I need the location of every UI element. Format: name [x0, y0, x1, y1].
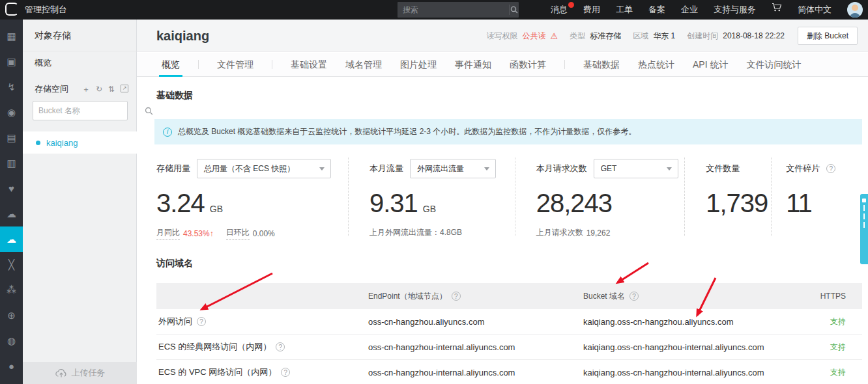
bucket-name-label: kaiqiang — [46, 138, 78, 148]
stat-file-fragments: 文件碎片 ? 11 — [772, 158, 861, 236]
help-icon[interactable]: ? — [197, 317, 206, 326]
tab-image-processing[interactable]: 图片处理 — [400, 53, 437, 77]
endpoint-value: oss-cn-hangzhou-internal.aliyuncs.com — [368, 368, 515, 377]
refresh-icon[interactable]: ↻ — [96, 85, 102, 94]
stat-value: 3.24 — [156, 189, 205, 218]
sidebar-item-overview[interactable]: 概览 — [35, 57, 51, 69]
sort-icon[interactable]: ⇅ — [108, 85, 115, 94]
stat-sublabel: 上月请求次数 — [536, 227, 583, 238]
nav-workorder[interactable]: 工单 — [616, 0, 633, 20]
https-support: 支持 — [798, 367, 862, 378]
storage-section-label: 存储空间 — [35, 83, 68, 95]
cloud-icon[interactable]: ☁ — [0, 201, 23, 226]
language-switcher[interactable]: 简体中文 — [798, 0, 832, 20]
tab-api-stats[interactable]: API 统计 — [693, 53, 728, 77]
help-icon[interactable]: ? — [276, 342, 285, 351]
tab-overview[interactable]: 概览 — [162, 53, 180, 77]
help-icon[interactable]: ? — [281, 368, 290, 377]
stat-unit: GB — [423, 204, 436, 214]
bucket-dot-icon — [36, 141, 40, 145]
traffic-metric-select[interactable]: 外网流出流量 — [410, 159, 496, 178]
avatar[interactable] — [847, 2, 863, 18]
request-method-select[interactable]: GET — [594, 159, 678, 178]
endpoint-column-header: EndPoint（地域节点） — [368, 291, 447, 302]
tab-file-access-stats[interactable]: 文件访问统计 — [746, 53, 801, 77]
mouse-icon[interactable]: ◍ — [0, 328, 23, 353]
tab-basic-settings[interactable]: 基础设置 — [291, 53, 327, 77]
user-circle-icon[interactable]: ● — [0, 353, 23, 379]
message-badge — [568, 2, 574, 8]
info-icon: i — [163, 128, 172, 137]
access-type: ECS 的经典网络访问（内网） — [158, 341, 271, 353]
https-support: 支持 — [798, 316, 862, 327]
sidebar-item-bucket-kaiqiang[interactable]: kaiqiang — [23, 131, 137, 154]
storage-metric-select[interactable]: 总用量（不含 ECS 快照） — [197, 159, 331, 178]
storage-heart-icon[interactable]: ♥ — [0, 176, 23, 201]
stat-file-count: 文件数量 1,739 — [685, 158, 772, 236]
delete-bucket-button[interactable]: 删除 Bucket — [798, 27, 858, 45]
type-label: 类型 — [570, 31, 585, 42]
cross-arrows-icon[interactable]: ╳ — [0, 252, 23, 277]
chevron-down-icon — [667, 167, 672, 171]
help-icon[interactable]: ? — [826, 164, 835, 173]
acl-label: 读写权限 — [487, 31, 518, 42]
add-bucket-icon[interactable]: ＋ — [82, 85, 90, 94]
mom-value: 43.53%↑ — [183, 229, 214, 238]
topbar-search[interactable] — [398, 2, 519, 18]
bucket-search-input[interactable] — [33, 106, 145, 115]
product-title: 对象存储 — [35, 30, 71, 42]
access-type: ECS 的 VPC 网络访问（内网） — [158, 366, 276, 378]
expand-icon[interactable]: ↗ — [121, 85, 128, 92]
security-shield-icon[interactable]: ▣ — [0, 49, 23, 74]
aliyun-logo-icon — [5, 3, 18, 16]
nav-support[interactable]: 支持与服务 — [714, 0, 756, 20]
tab-basic-data[interactable]: 基础数据 — [583, 53, 620, 77]
tab-files[interactable]: 文件管理 — [217, 53, 253, 77]
stat-value: 1,739 — [706, 189, 768, 218]
tab-function-compute[interactable]: 函数计算 — [510, 53, 546, 77]
stat-requests: 本月请求次数 GET 28,243 上月请求次数 19,262 — [515, 158, 686, 236]
product-icon-rail: ▦ ▣ ↯ ◉ ▤ ▥ ♥ ☁ ☁ ╳ ⁂ ⊕ ◍ ● — [0, 20, 23, 384]
cart-icon[interactable] — [772, 0, 782, 20]
dod-value: 0.00% — [253, 229, 275, 238]
created-value: 2018-08-18 22:22 — [723, 31, 785, 40]
tab-hotspot-stats[interactable]: 热点统计 — [638, 53, 674, 77]
tab-separator — [272, 60, 272, 69]
lightning-icon[interactable]: ↯ — [0, 74, 23, 100]
stat-label: 本月请求次数 — [536, 163, 587, 174]
divider — [23, 51, 137, 51]
apps-grid-icon[interactable]: ▦ — [0, 23, 23, 49]
tab-event-notification[interactable]: 事件通知 — [455, 53, 491, 77]
search-icon[interactable] — [509, 5, 519, 15]
notice-text: 总概览及 Bucket 概览基础数据来自于云监控统计，数据统计平均延迟 2-3 … — [178, 126, 636, 137]
nav-billing[interactable]: 费用 — [583, 0, 600, 20]
topbar-search-input[interactable] — [398, 2, 509, 18]
nav-messages[interactable]: 消息 — [551, 0, 568, 20]
chevron-down-icon — [484, 167, 489, 171]
topbar: 管理控制台 消息 费用 工单 备案 企业 支持与服务 简体中文 — [0, 0, 868, 20]
dns-icon[interactable]: ◉ — [0, 100, 23, 125]
stats-row: 存储用量 总用量（不含 ECS 快照） 3.24 GB 月同比 43.53%↑ … — [156, 158, 861, 237]
molecule-icon[interactable]: ⁂ — [0, 277, 23, 303]
upload-tasks-button[interactable]: 上传任务 — [23, 362, 137, 384]
server-group-icon[interactable]: ▤ — [0, 125, 23, 150]
oss-active-icon[interactable]: ☁ — [0, 226, 23, 252]
help-icon[interactable]: ? — [452, 292, 461, 301]
globe-icon[interactable]: ⊕ — [0, 303, 23, 328]
acl-value: 公共读 — [523, 31, 546, 42]
console-title: 管理控制台 — [25, 0, 67, 20]
notice-banner: i 总概览及 Bucket 概览基础数据来自于云监控统计，数据统计平均延迟 2-… — [154, 119, 862, 144]
help-icon[interactable]: ? — [629, 292, 639, 301]
tab-domain-management[interactable]: 域名管理 — [345, 53, 382, 77]
database-icon[interactable]: ▥ — [0, 150, 23, 176]
nav-enterprise[interactable]: 企业 — [681, 0, 698, 20]
warning-icon[interactable]: ⚠ — [551, 31, 558, 41]
stat-value: 28,243 — [536, 189, 612, 218]
tab-separator — [198, 60, 199, 69]
stat-traffic: 本月流量 外网流出流量 9.31 GB 上月外网流出流量：4.8GB — [349, 158, 515, 236]
feedback-tab[interactable] — [860, 194, 868, 264]
stat-subvalue: 19,262 — [586, 228, 611, 238]
bucket-search[interactable] — [33, 101, 128, 120]
nav-beian[interactable]: 备案 — [648, 0, 665, 20]
search-icon[interactable] — [145, 107, 153, 115]
